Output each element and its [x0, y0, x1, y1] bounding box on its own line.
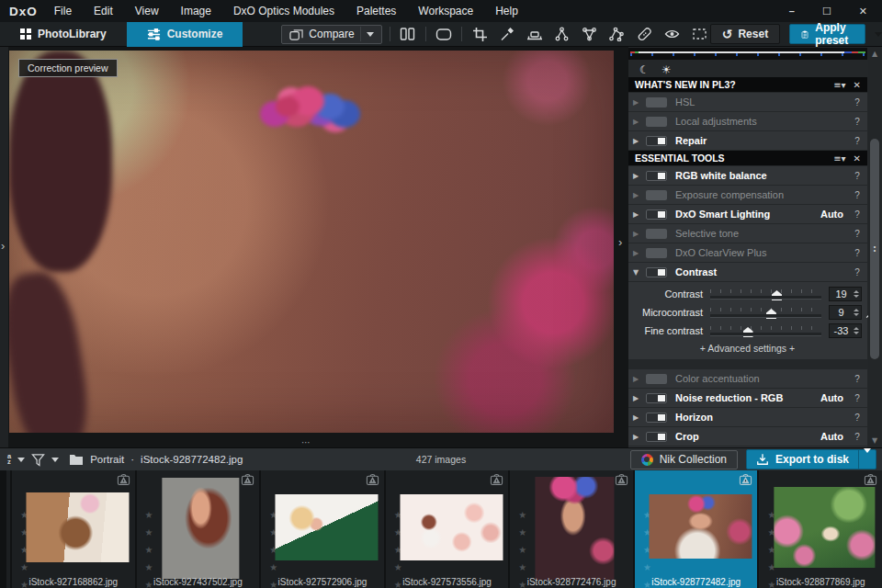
help-button[interactable]: ?	[853, 393, 862, 403]
compare-button[interactable]: Compare	[281, 25, 381, 44]
filmstrip-item-6-selected[interactable]: iStock-928772482.jpg	[635, 470, 758, 588]
repair-button[interactable]	[635, 25, 655, 43]
panel-item-smart-lighting[interactable]: DxO Smart Lighting Auto ?	[628, 205, 867, 223]
expand-arrow-icon[interactable]	[633, 210, 644, 219]
microcontrast-slider[interactable]	[710, 306, 821, 319]
panel-item-repair[interactable]: Repair ?	[628, 131, 867, 150]
help-button[interactable]: ?	[853, 190, 862, 200]
exposure-toggle[interactable]	[646, 190, 667, 200]
thumbnail-image[interactable]	[26, 492, 129, 562]
thumbnail-image[interactable]	[400, 494, 503, 560]
slider-thumb[interactable]	[766, 309, 776, 319]
menu-dxo-optics-modules[interactable]: DxO Optics Modules	[233, 5, 334, 17]
control-line-button[interactable]	[607, 25, 628, 43]
crop-toggle[interactable]	[646, 432, 667, 442]
panel-item-exposure-compensation[interactable]: Exposure compensation ?	[628, 186, 867, 204]
control-point-button[interactable]	[552, 25, 572, 43]
star-rating[interactable]	[145, 505, 153, 588]
fine-contrast-value-box[interactable]: -33	[829, 323, 862, 338]
panel-collapse-arrow[interactable]	[875, 32, 882, 37]
help-button[interactable]: ?	[853, 374, 862, 384]
panel-item-hsl[interactable]: HSL ?	[628, 93, 867, 111]
help-button[interactable]: ?	[853, 267, 862, 277]
slider-thumb[interactable]	[772, 290, 782, 300]
spinner-icons[interactable]	[853, 327, 861, 334]
menu-palettes[interactable]: Palettes	[356, 5, 396, 17]
menu-workspace[interactable]: Workspace	[418, 5, 473, 17]
expand-arrow-icon[interactable]	[633, 137, 644, 145]
filmstrip-item-3[interactable]: iStock-927572906.jpg	[261, 470, 384, 588]
spinner-icons[interactable]	[853, 309, 861, 316]
noise-reduction-toggle[interactable]	[646, 393, 667, 403]
expand-arrow-icon[interactable]	[633, 191, 644, 199]
menu-file[interactable]: File	[54, 5, 72, 17]
panel-item-noise-reduction[interactable]: Noise reduction - RGB Auto ?	[628, 389, 867, 407]
white-balance-toggle[interactable]	[646, 171, 667, 181]
help-button[interactable]: ?	[853, 229, 862, 239]
expand-arrow-icon[interactable]	[633, 118, 644, 126]
smart-lighting-toggle[interactable]	[646, 209, 667, 220]
section-close-icon[interactable]: ✕	[854, 153, 861, 164]
thumbnail-image[interactable]	[275, 494, 378, 560]
clearview-toggle[interactable]	[646, 248, 667, 258]
horizon-button[interactable]	[525, 25, 545, 43]
histogram[interactable]	[628, 48, 867, 60]
help-button[interactable]: ?	[853, 136, 862, 146]
maximize-button[interactable]	[822, 6, 831, 17]
export-dropdown-arrow[interactable]	[859, 453, 876, 466]
menu-edit[interactable]: Edit	[94, 5, 113, 17]
panel-item-selective-tone[interactable]: Selective tone ?	[628, 224, 867, 243]
expand-arrow-icon[interactable]	[633, 394, 644, 402]
reset-button[interactable]: ↺ Reset	[710, 24, 780, 44]
help-button[interactable]: ?	[853, 248, 862, 258]
export-to-disk-button[interactable]: Export to disk	[746, 449, 876, 469]
fine-contrast-slider[interactable]	[710, 324, 821, 337]
help-button[interactable]: ?	[853, 209, 862, 220]
panel-scrollbar[interactable]: ▲ •• ▼	[868, 47, 881, 447]
panel-item-color-accentuation[interactable]: Color accentuation ?	[628, 369, 867, 388]
help-button[interactable]: ?	[853, 413, 862, 423]
expand-left-panel-icon[interactable]: ›	[1, 242, 5, 251]
show-mask-button[interactable]	[662, 25, 683, 43]
left-panel-edge[interactable]: ›	[0, 47, 8, 447]
expand-arrow-icon[interactable]	[633, 98, 644, 107]
thumbnail-image[interactable]	[163, 478, 240, 579]
section-whats-new[interactable]: WHAT'S NEW IN PL3? ≡▾ ✕	[628, 77, 867, 92]
slider-thumb[interactable]	[743, 327, 753, 337]
panel-item-crop[interactable]: Crop Auto ?	[628, 427, 867, 446]
color-accentuation-toggle[interactable]	[646, 374, 667, 384]
local-adjustments-toggle[interactable]	[646, 117, 667, 127]
microcontrast-value-box[interactable]: 9	[829, 305, 862, 320]
section-close-icon[interactable]: ✕	[854, 80, 861, 90]
tab-customize[interactable]: Customize	[127, 22, 243, 47]
thumbnail-image[interactable]	[649, 494, 752, 559]
expand-arrow-icon[interactable]	[633, 375, 644, 383]
thumbnail-image[interactable]	[536, 477, 615, 580]
compare-dropdown-arrow[interactable]	[367, 32, 374, 37]
scroll-up-icon[interactable]: ▲	[868, 50, 881, 58]
close-button[interactable]	[859, 6, 867, 17]
help-button[interactable]: ?	[853, 117, 862, 127]
scroll-down-icon[interactable]: ▼	[868, 436, 881, 445]
panel-item-contrast[interactable]: Contrast ?	[628, 263, 867, 281]
selection-button[interactable]	[690, 25, 710, 43]
filmstrip-resize-handle[interactable]: ⋯	[0, 439, 614, 447]
panel-item-clearview-plus[interactable]: DxO ClearView Plus ?	[628, 243, 867, 262]
expand-arrow-icon[interactable]	[633, 413, 644, 422]
contrast-value-box[interactable]: 19	[829, 287, 862, 301]
menu-view[interactable]: View	[135, 5, 159, 17]
section-menu-icon[interactable]: ≡▾	[833, 153, 845, 164]
thumbnail-image[interactable]	[775, 487, 876, 568]
menu-help[interactable]: Help	[495, 5, 518, 17]
filmstrip-item-1[interactable]: iStock-927168862.jpg	[12, 470, 135, 588]
filmstrip-item-4[interactable]: iStock-927573556.jpg	[386, 470, 509, 588]
apply-preset-button[interactable]: Apply preset	[789, 24, 865, 44]
help-button[interactable]: ?	[853, 432, 862, 442]
expand-arrow-icon[interactable]	[633, 172, 644, 180]
panel-item-local-adjustments[interactable]: Local adjustments ?	[628, 112, 867, 130]
split-view-button[interactable]	[398, 25, 418, 43]
nik-collection-button[interactable]: Nik Collection	[630, 450, 738, 469]
panel-item-rgb-white-balance[interactable]: RGB white balance ?	[628, 166, 867, 185]
eyedropper-button[interactable]	[497, 25, 517, 43]
shadow-clipping-icon[interactable]: ☾	[639, 64, 650, 75]
